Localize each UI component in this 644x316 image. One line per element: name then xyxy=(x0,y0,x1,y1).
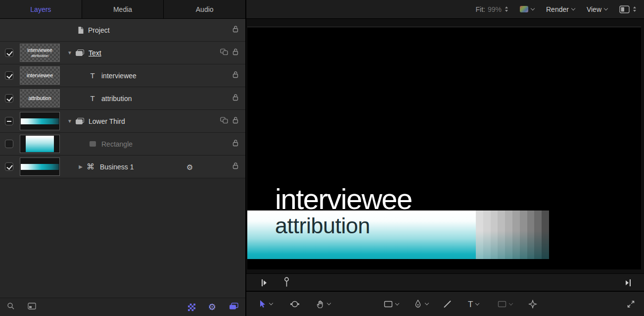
settings-gear-icon[interactable]: ⚙ xyxy=(186,163,193,170)
chevron-down-icon xyxy=(425,301,429,305)
visibility-checkbox[interactable] xyxy=(5,117,13,125)
zoom-stepper[interactable] xyxy=(505,6,508,12)
canvas-headline-text[interactable]: interviewee xyxy=(275,185,412,213)
gradient-segment xyxy=(491,211,498,259)
visibility-checkbox[interactable] xyxy=(5,94,13,103)
layer-row-attribution[interactable]: attribution T attribution xyxy=(0,87,245,110)
tools-bar: T xyxy=(246,291,644,316)
layer-name[interactable]: interviewee xyxy=(101,72,137,80)
play-range-in-marker[interactable] xyxy=(261,279,267,289)
gear-icon[interactable]: ⚙ xyxy=(208,303,216,312)
edit-points-tool[interactable] xyxy=(290,300,300,309)
channels-menu[interactable] xyxy=(520,6,534,12)
canvas-viewport[interactable]: interviewee attribution xyxy=(246,19,644,273)
lower-third-bar[interactable]: attribution xyxy=(247,211,549,259)
gradient-segment xyxy=(527,211,535,259)
thumb-text: attribution xyxy=(31,53,48,58)
panel-tab-bar: Layers Media Audio xyxy=(0,0,245,19)
tab-layers[interactable]: Layers xyxy=(0,0,82,18)
rectangle-shape-tool[interactable] xyxy=(384,300,399,308)
layer-name[interactable]: Lower Third xyxy=(89,117,125,125)
chevron-down-icon xyxy=(327,301,331,305)
canvas-subline-text[interactable]: attribution xyxy=(275,214,370,237)
visibility-checkbox[interactable] xyxy=(5,71,13,80)
mask-rectangle-icon xyxy=(498,300,506,308)
layer-name[interactable]: attribution xyxy=(101,95,132,103)
disclosure-triangle[interactable]: ▼ xyxy=(66,50,74,55)
thumb-text: attribution xyxy=(28,95,51,101)
gradient-segment xyxy=(520,211,527,259)
paint-stroke-tool[interactable] xyxy=(443,300,452,308)
chevron-down-icon xyxy=(604,6,608,10)
layer-row-rectangle[interactable]: Rectangle xyxy=(0,133,245,156)
pan-hand-tool[interactable] xyxy=(316,300,330,309)
lock-icon[interactable] xyxy=(232,48,239,57)
bezier-pen-tool[interactable] xyxy=(414,300,428,309)
thumbnail-display-icon[interactable] xyxy=(28,303,36,312)
blend-mode-icon[interactable] xyxy=(220,49,228,57)
layer-name[interactable]: Rectangle xyxy=(101,140,133,148)
gradient-segment xyxy=(483,211,491,259)
display-options-control[interactable] xyxy=(619,5,636,13)
disclosure-triangle[interactable]: ▶ xyxy=(77,164,85,169)
select-transform-tool[interactable] xyxy=(258,300,273,309)
lock-icon[interactable] xyxy=(232,71,239,80)
play-range-out-marker[interactable] xyxy=(625,279,631,289)
transparency-checker-icon[interactable] xyxy=(188,304,195,311)
layer-name[interactable]: Text xyxy=(89,49,101,57)
lock-icon[interactable] xyxy=(232,116,239,126)
blend-mode-icon[interactable] xyxy=(220,117,228,126)
mini-timeline[interactable] xyxy=(246,273,644,291)
render-menu[interactable]: Render xyxy=(546,5,575,13)
layer-thumbnail: interviewee attribution xyxy=(20,44,60,62)
layer-row-interviewee[interactable]: interviewee T interviewee xyxy=(0,64,245,87)
sparkle-wand-icon xyxy=(528,300,537,309)
bezier-circle-icon xyxy=(290,300,300,309)
layer-thumbnail xyxy=(20,135,60,153)
chevron-down-icon xyxy=(509,301,513,305)
video-frame[interactable]: interviewee attribution xyxy=(247,27,641,269)
layer-thumbnail xyxy=(20,112,60,130)
gradient-segment xyxy=(505,211,512,259)
visibility-checkbox[interactable] xyxy=(5,49,13,57)
chevron-down-icon xyxy=(571,6,575,10)
visibility-checkbox[interactable] xyxy=(5,140,13,148)
layer-name[interactable]: Business 1 xyxy=(100,163,134,171)
fullscreen-expand-icon[interactable] xyxy=(627,300,635,308)
layers-panel: Layers Media Audio Project xyxy=(0,0,246,316)
layer-row-text-group[interactable]: interviewee attribution ▼ Text xyxy=(0,42,245,64)
shape-layer-icon xyxy=(88,141,97,147)
mask-tool[interactable] xyxy=(498,300,512,308)
layer-row-business-1[interactable]: ▶ ⌘ Business 1 ⚙ xyxy=(0,156,245,178)
generator-icon: ⌘ xyxy=(86,162,95,171)
search-icon[interactable] xyxy=(7,302,15,312)
zoom-fit-control[interactable]: Fit: 99% xyxy=(476,5,508,13)
document-icon xyxy=(78,26,84,34)
layer-thumbnail xyxy=(20,158,60,176)
color-channels-icon xyxy=(520,6,528,12)
layers-stack-icon[interactable] xyxy=(229,303,238,312)
disclosure-triangle[interactable]: ▼ xyxy=(66,118,74,124)
zoom-level-value: 99% xyxy=(488,5,502,13)
view-menu[interactable]: View xyxy=(587,5,607,13)
text-tool[interactable]: T xyxy=(468,300,479,308)
layers-list: Project interviewee attribution ▼ xyxy=(0,19,245,298)
tab-media[interactable]: Media xyxy=(82,0,164,18)
playhead-marker[interactable] xyxy=(284,277,289,290)
fit-label: Fit: xyxy=(476,5,485,13)
lock-icon[interactable] xyxy=(232,162,239,171)
lock-icon[interactable] xyxy=(232,25,239,35)
gradient-segment xyxy=(476,211,483,259)
lock-icon[interactable] xyxy=(232,94,239,103)
group-icon xyxy=(76,50,84,56)
layer-row-lower-third[interactable]: ▼ Lower Third xyxy=(0,110,245,133)
rectangle-icon xyxy=(384,300,393,308)
display-stepper[interactable] xyxy=(633,6,636,12)
tab-audio[interactable]: Audio xyxy=(164,0,245,18)
lock-icon[interactable] xyxy=(232,139,239,149)
thumb-text: interviewee xyxy=(27,48,52,53)
project-row[interactable]: Project xyxy=(0,19,245,42)
visibility-checkbox[interactable] xyxy=(5,162,13,171)
canvas-toolbar: Fit: 99% Render View xyxy=(246,0,644,19)
adjust-glyph-tool[interactable] xyxy=(528,300,537,309)
